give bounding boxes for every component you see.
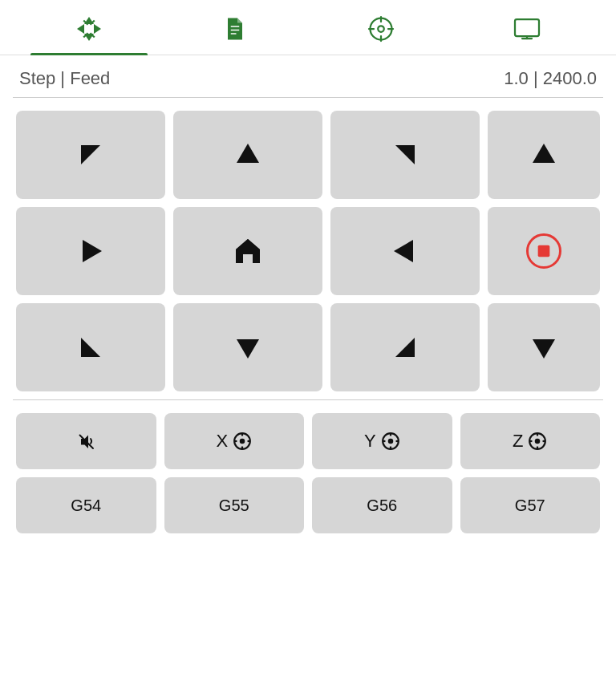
svg-marker-33 — [533, 339, 555, 359]
btn-e[interactable] — [330, 207, 480, 295]
svg-marker-30 — [395, 338, 415, 357]
gcode-row: G54 G55 G56 G57 — [16, 477, 600, 533]
btn-sw[interactable] — [16, 303, 165, 391]
btn-g54[interactable]: G54 — [16, 477, 156, 533]
tab-bar — [0, 0, 616, 55]
btn-z-down[interactable] — [488, 303, 600, 391]
step-feed-value: 1.0 | 2400.0 — [504, 68, 597, 89]
svg-marker-31 — [533, 144, 555, 163]
btn-home[interactable] — [173, 207, 322, 295]
btn-g57[interactable]: G57 — [460, 477, 601, 533]
btn-z-axis[interactable]: Z — [460, 413, 601, 469]
btn-w[interactable] — [16, 207, 165, 295]
stop-icon — [526, 233, 561, 269]
btn-nw[interactable] — [16, 111, 165, 199]
svg-marker-23 — [83, 240, 102, 262]
svg-marker-22 — [395, 145, 415, 164]
axis-row: X Y — [16, 413, 600, 469]
btn-y-axis[interactable]: Y — [312, 413, 452, 469]
svg-marker-26 — [236, 239, 260, 249]
btn-y-label: Y — [364, 431, 376, 452]
bottom-section: X Y — [0, 400, 616, 549]
btn-z-label: Z — [513, 431, 523, 452]
tab-probe[interactable] — [308, 0, 454, 55]
btn-se[interactable] — [330, 303, 480, 391]
svg-point-48 — [535, 439, 541, 444]
btn-g55-label: G55 — [219, 497, 249, 515]
step-feed-row: Step | Feed 1.0 | 2400.0 — [0, 55, 616, 97]
svg-point-42 — [387, 439, 393, 444]
svg-marker-20 — [81, 145, 100, 164]
btn-g57-label: G57 — [515, 497, 545, 515]
btn-ne[interactable] — [330, 111, 480, 199]
svg-point-36 — [240, 439, 245, 444]
jog-section — [0, 98, 616, 399]
btn-x-axis[interactable]: X — [164, 413, 305, 469]
svg-marker-27 — [394, 240, 413, 262]
btn-g54-label: G54 — [71, 497, 101, 515]
btn-stop[interactable] — [488, 207, 600, 295]
btn-n[interactable] — [173, 111, 322, 199]
btn-g55[interactable]: G55 — [164, 477, 305, 533]
step-feed-label: Step | Feed — [19, 68, 110, 89]
right-column — [488, 111, 600, 391]
svg-rect-32 — [538, 245, 550, 257]
btn-g56-label: G56 — [367, 497, 397, 515]
svg-rect-25 — [243, 254, 253, 263]
btn-z-up[interactable] — [488, 111, 600, 199]
svg-marker-28 — [81, 338, 100, 357]
app-container: Step | Feed 1.0 | 2400.0 — [0, 0, 616, 549]
svg-marker-21 — [237, 144, 259, 163]
svg-rect-17 — [515, 19, 539, 36]
svg-marker-29 — [237, 339, 259, 359]
svg-marker-2 — [77, 24, 84, 34]
btn-g56[interactable]: G56 — [312, 477, 452, 533]
tab-monitor[interactable] — [454, 0, 600, 55]
tab-move[interactable] — [16, 0, 162, 55]
btn-mute[interactable] — [16, 413, 156, 469]
tab-file[interactable] — [162, 0, 308, 55]
jog-grid — [16, 111, 480, 391]
svg-point-12 — [378, 26, 384, 32]
btn-x-label: X — [216, 431, 228, 452]
btn-s[interactable] — [173, 303, 322, 391]
svg-marker-3 — [94, 24, 101, 34]
